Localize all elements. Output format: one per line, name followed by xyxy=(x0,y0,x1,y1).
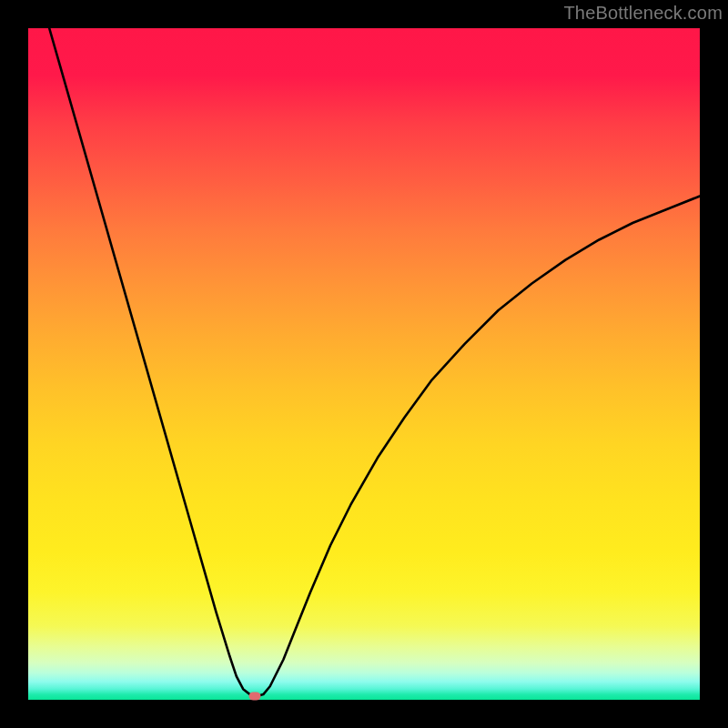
bottleneck-curve xyxy=(28,28,700,696)
optimum-marker xyxy=(249,693,261,701)
plot-area xyxy=(28,28,700,700)
chart-frame: TheBottleneck.com xyxy=(0,0,728,728)
curve-svg xyxy=(28,28,700,700)
watermark-text: TheBottleneck.com xyxy=(563,3,723,24)
